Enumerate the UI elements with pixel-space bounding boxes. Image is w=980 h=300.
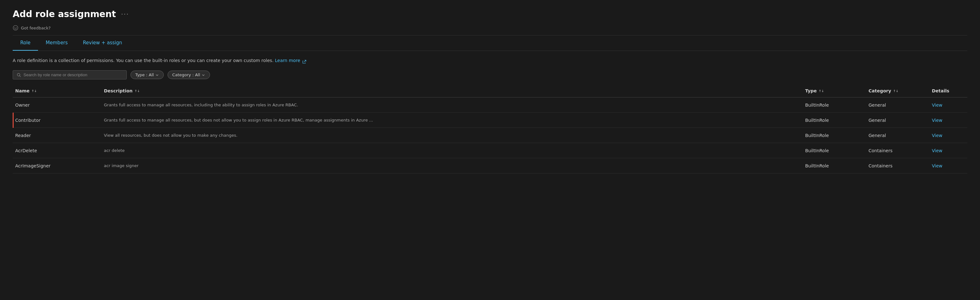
cell-type: BuiltInRole [803,129,866,142]
cell-view-link[interactable]: View [929,159,967,172]
category-sort-icon[interactable]: ↑↓ [893,89,899,93]
type-filter-chevron-icon [155,73,159,77]
cell-type: BuiltInRole [803,144,866,157]
learn-more-link[interactable]: Learn more [275,58,306,63]
search-input[interactable] [24,73,123,77]
col-header-category[interactable]: Category ↑↓ [866,87,929,95]
cell-category: General [866,99,929,111]
cell-description: acr image signer [101,159,803,172]
external-link-icon [302,59,306,63]
description-text: A role definition is a collection of per… [13,57,967,64]
name-sort-icon[interactable]: ↑↓ [31,89,37,93]
table-row[interactable]: AcrImageSigneracr image signerBuiltInRol… [13,158,967,173]
table-body: OwnerGrants full access to manage all re… [13,97,967,173]
svg-point-1 [14,27,15,28]
table-row[interactable]: ContributorGrants full access to manage … [13,113,967,128]
cell-view-link[interactable]: View [929,144,967,157]
cell-description: Grants full access to manage all resourc… [101,99,803,111]
cell-category: Containers [866,144,929,157]
cell-category: Containers [866,159,929,172]
table-container: Name ↑↓ Description ↑↓ Type ↑↓ Category … [13,84,967,173]
cell-type: BuiltInRole [803,114,866,127]
cell-description: Grants full access to manage all resourc… [101,114,803,126]
cell-view-link[interactable]: View [929,99,967,111]
type-filter[interactable]: Type : All [130,71,164,79]
page-title: Add role assignment [13,9,116,19]
cell-name: Contributor [13,114,101,127]
cell-category: General [866,114,929,127]
search-box[interactable] [13,70,127,79]
tab-members[interactable]: Members [38,35,75,51]
feedback-label[interactable]: Got feedback? [21,25,51,30]
category-filter-chevron-icon [202,73,205,77]
cell-name: AcrImageSigner [13,159,101,172]
cell-description: View all resources, but does not allow y… [101,129,803,141]
more-options-icon[interactable]: ··· [121,10,129,18]
cell-description: acr delete [101,144,803,157]
tab-review[interactable]: Review + assign [75,35,130,51]
category-filter[interactable]: Category : All [167,71,210,79]
feedback-icon [13,25,18,31]
col-header-type[interactable]: Type ↑↓ [803,87,866,95]
cell-view-link[interactable]: View [929,114,967,127]
title-row: Add role assignment ··· [13,9,967,19]
col-header-details: Details [929,87,967,95]
cell-category: General [866,129,929,142]
cell-type: BuiltInRole [803,159,866,172]
cell-type: BuiltInRole [803,99,866,111]
search-icon [17,73,21,77]
feedback-row: Got feedback? [13,25,967,31]
cell-view-link[interactable]: View [929,129,967,142]
cell-name: AcrDelete [13,144,101,157]
svg-point-2 [16,27,17,28]
filters-row: Type : All Category : All [13,70,967,79]
cell-name: Owner [13,99,101,111]
table-row[interactable]: ReaderView all resources, but does not a… [13,128,967,143]
table-header: Name ↑↓ Description ↑↓ Type ↑↓ Category … [13,84,967,97]
description-section: A role definition is a collection of per… [13,57,967,64]
description-sort-icon[interactable]: ↑↓ [135,89,140,93]
table-row[interactable]: OwnerGrants full access to manage all re… [13,97,967,113]
svg-point-0 [13,25,18,30]
cell-name: Reader [13,129,101,142]
col-header-name[interactable]: Name ↑↓ [13,87,101,95]
page-container: Add role assignment ··· Got feedback? Ro… [0,0,980,173]
type-sort-icon[interactable]: ↑↓ [819,89,824,93]
col-header-description[interactable]: Description ↑↓ [101,87,803,95]
row-selected-indicator [13,113,14,128]
table-row[interactable]: AcrDeleteacr deleteBuiltInRoleContainers… [13,143,967,158]
tabs-row: Role Members Review + assign [13,35,967,51]
tab-role[interactable]: Role [13,35,38,51]
